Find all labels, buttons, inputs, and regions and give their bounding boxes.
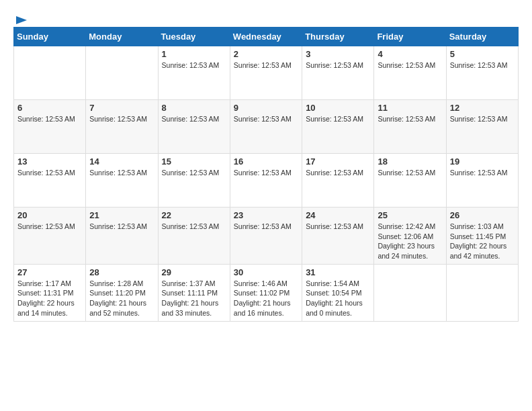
day-number: 4 xyxy=(378,49,442,59)
day-number: 10 xyxy=(306,103,370,113)
day-info: Sunrise: 12:53 AM xyxy=(234,168,298,178)
header xyxy=(13,13,519,23)
day-number: 2 xyxy=(234,49,298,59)
day-info: Sunrise: 12:53 AM xyxy=(162,168,226,178)
day-cell: 11Sunrise: 12:53 AM xyxy=(374,100,446,154)
logo-flag-icon xyxy=(15,13,28,27)
day-cell: 12Sunrise: 12:53 AM xyxy=(446,100,518,154)
day-cell: 21Sunrise: 12:53 AM xyxy=(86,208,158,265)
day-cell: 30Sunrise: 1:46 AM Sunset: 11:02 PM Dayl… xyxy=(230,264,302,321)
weekday-header-monday: Monday xyxy=(86,28,158,46)
week-row-1: 1Sunrise: 12:53 AM2Sunrise: 12:53 AM3Sun… xyxy=(14,46,519,100)
week-row-2: 6Sunrise: 12:53 AM7Sunrise: 12:53 AM8Sun… xyxy=(14,100,519,154)
day-number: 18 xyxy=(378,156,442,167)
day-cell xyxy=(446,264,518,321)
day-info: Sunrise: 1:28 AM Sunset: 11:20 PM Daylig… xyxy=(89,279,154,318)
calendar-header: SundayMondayTuesdayWednesdayThursdayFrid… xyxy=(14,28,519,46)
day-number: 13 xyxy=(17,156,82,167)
day-info: Sunrise: 12:53 AM xyxy=(89,222,154,232)
day-number: 31 xyxy=(306,267,370,277)
day-info: Sunrise: 12:53 AM xyxy=(306,222,370,232)
day-number: 9 xyxy=(234,103,298,113)
day-number: 19 xyxy=(450,156,515,167)
day-number: 22 xyxy=(162,210,226,220)
day-cell: 1Sunrise: 12:53 AM xyxy=(158,46,230,100)
day-info: Sunrise: 12:53 AM xyxy=(162,60,226,71)
day-number: 11 xyxy=(378,103,442,113)
day-info: Sunrise: 12:53 AM xyxy=(162,222,226,232)
day-info: Sunrise: 12:53 AM xyxy=(89,168,154,178)
day-number: 20 xyxy=(17,210,82,220)
day-number: 17 xyxy=(306,156,370,167)
day-cell: 26Sunrise: 1:03 AM Sunset: 11:45 PM Dayl… xyxy=(446,208,518,265)
day-info: Sunrise: 12:53 AM xyxy=(306,168,370,178)
day-cell: 24Sunrise: 12:53 AM xyxy=(302,208,374,265)
day-info: Sunrise: 12:53 AM xyxy=(450,168,515,178)
day-cell: 6Sunrise: 12:53 AM xyxy=(14,100,86,154)
weekday-header-saturday: Saturday xyxy=(446,28,518,46)
day-number: 30 xyxy=(234,267,298,277)
day-info: Sunrise: 12:53 AM xyxy=(306,60,370,71)
weekday-header-tuesday: Tuesday xyxy=(158,28,230,46)
day-info: Sunrise: 12:53 AM xyxy=(17,114,82,124)
logo xyxy=(13,13,28,23)
day-info: Sunrise: 12:53 AM xyxy=(234,60,298,71)
day-number: 1 xyxy=(162,49,226,59)
day-info: Sunrise: 12:53 AM xyxy=(378,114,442,124)
weekday-header-thursday: Thursday xyxy=(302,28,374,46)
day-cell: 23Sunrise: 12:53 AM xyxy=(230,208,302,265)
day-number: 16 xyxy=(234,156,298,167)
day-cell: 13Sunrise: 12:53 AM xyxy=(14,154,86,208)
day-cell: 31Sunrise: 1:54 AM Sunset: 10:54 PM Dayl… xyxy=(302,264,374,321)
day-info: Sunrise: 12:53 AM xyxy=(234,222,298,232)
day-number: 25 xyxy=(378,210,442,220)
calendar: SundayMondayTuesdayWednesdayThursdayFrid… xyxy=(13,27,519,322)
day-info: Sunrise: 12:53 AM xyxy=(89,114,154,124)
weekday-header-friday: Friday xyxy=(374,28,446,46)
day-number: 23 xyxy=(234,210,298,220)
day-number: 5 xyxy=(450,49,515,59)
day-info: Sunrise: 12:53 AM xyxy=(234,114,298,124)
day-number: 12 xyxy=(450,103,515,113)
day-info: Sunrise: 1:37 AM Sunset: 11:11 PM Daylig… xyxy=(162,279,226,318)
day-cell: 15Sunrise: 12:53 AM xyxy=(158,154,230,208)
day-cell: 5Sunrise: 12:53 AM xyxy=(446,46,518,100)
day-cell: 20Sunrise: 12:53 AM xyxy=(14,208,86,265)
day-cell: 28Sunrise: 1:28 AM Sunset: 11:20 PM Dayl… xyxy=(86,264,158,321)
day-cell xyxy=(14,46,86,100)
day-info: Sunrise: 12:53 AM xyxy=(450,114,515,124)
day-info: Sunrise: 12:53 AM xyxy=(17,222,82,232)
day-info: Sunrise: 12:53 AM xyxy=(306,114,370,124)
day-cell: 8Sunrise: 12:53 AM xyxy=(158,100,230,154)
day-number: 6 xyxy=(17,103,82,113)
day-number: 27 xyxy=(17,267,82,277)
day-cell: 7Sunrise: 12:53 AM xyxy=(86,100,158,154)
day-number: 3 xyxy=(306,49,370,59)
day-number: 21 xyxy=(89,210,154,220)
day-info: Sunrise: 12:53 AM xyxy=(17,168,82,178)
day-cell xyxy=(374,264,446,321)
day-info: Sunrise: 12:53 AM xyxy=(450,60,515,71)
svg-marker-0 xyxy=(16,16,27,24)
day-number: 7 xyxy=(89,103,154,113)
day-number: 24 xyxy=(306,210,370,220)
week-row-5: 27Sunrise: 1:17 AM Sunset: 11:31 PM Dayl… xyxy=(14,264,519,321)
day-info: Sunrise: 1:46 AM Sunset: 11:02 PM Daylig… xyxy=(234,279,298,318)
day-number: 28 xyxy=(89,267,154,277)
day-number: 8 xyxy=(162,103,226,113)
day-cell: 29Sunrise: 1:37 AM Sunset: 11:11 PM Dayl… xyxy=(158,264,230,321)
day-cell: 25Sunrise: 12:42 AM Sunset: 12:06 AM Day… xyxy=(374,208,446,265)
week-row-4: 20Sunrise: 12:53 AM21Sunrise: 12:53 AM22… xyxy=(14,208,519,265)
day-info: Sunrise: 12:53 AM xyxy=(162,114,226,124)
day-number: 26 xyxy=(450,210,515,220)
day-cell: 3Sunrise: 12:53 AM xyxy=(302,46,374,100)
day-cell: 10Sunrise: 12:53 AM xyxy=(302,100,374,154)
calendar-body: 1Sunrise: 12:53 AM2Sunrise: 12:53 AM3Sun… xyxy=(14,46,519,322)
week-row-3: 13Sunrise: 12:53 AM14Sunrise: 12:53 AM15… xyxy=(14,154,519,208)
weekday-header-sunday: Sunday xyxy=(14,28,86,46)
weekday-header-row: SundayMondayTuesdayWednesdayThursdayFrid… xyxy=(14,28,519,46)
day-number: 14 xyxy=(89,156,154,167)
day-info: Sunrise: 1:03 AM Sunset: 11:45 PM Daylig… xyxy=(450,222,515,261)
day-info: Sunrise: 1:54 AM Sunset: 10:54 PM Daylig… xyxy=(306,279,370,318)
day-info: Sunrise: 12:53 AM xyxy=(378,60,442,71)
